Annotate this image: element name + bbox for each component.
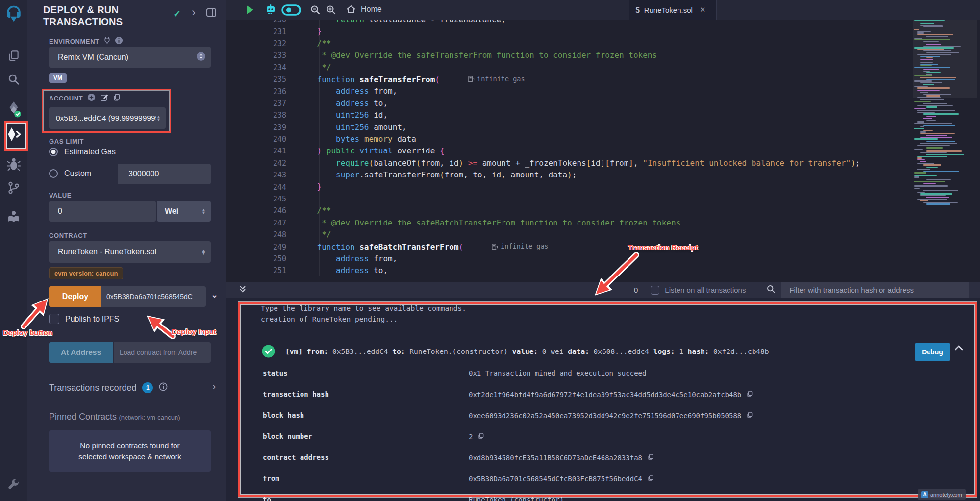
- code-line[interactable]: 231 }: [226, 25, 913, 37]
- home-tab[interactable]: Home: [346, 4, 382, 15]
- debug-button[interactable]: Debug: [915, 343, 950, 361]
- deploy-run-panel: DEPLOY & RUN TRANSACTIONS ✓ › ENVIRONMEN…: [27, 0, 226, 501]
- remix-ide-window: DEPLOY & RUN TRANSACTIONS ✓ › ENVIRONMEN…: [0, 0, 980, 501]
- custom-gas-radio[interactable]: [49, 169, 58, 178]
- line-number: 245: [226, 195, 290, 203]
- code-line[interactable]: 236 address from,: [226, 85, 913, 97]
- solidity-file-icon: S: [635, 5, 640, 15]
- code-line[interactable]: 243 super.safeTransferFrom(from, to, id,…: [226, 169, 913, 181]
- contract-select[interactable]: RuneToken - RuneToken.sol ▲▼: [49, 241, 211, 263]
- code-line[interactable]: 237 address to,: [226, 98, 913, 109]
- zoom-in-icon[interactable]: [326, 4, 336, 17]
- code-line[interactable]: 241 ) public virtual override {: [226, 145, 913, 157]
- code-line[interactable]: 247 * @dev Override the safeBatchTransfe…: [226, 217, 913, 229]
- line-number: 242: [226, 159, 290, 168]
- estimated-gas-label: Estimated Gas: [64, 148, 116, 156]
- settings-wrench-icon[interactable]: [0, 478, 27, 492]
- code-line[interactable]: 239 uint256 amount,: [226, 122, 913, 133]
- transactions-info-icon[interactable]: [159, 382, 168, 393]
- deploy-input[interactable]: 0x5B38Da6a701c568545dC: [101, 286, 206, 307]
- receipt-value: 0x5B38Da6a701c568545dCfcB03FcB875f56bedd…: [469, 475, 654, 483]
- watermark-text: annotely.com: [930, 492, 962, 498]
- remix-logo-icon[interactable]: [0, 4, 27, 24]
- at-address-button[interactable]: At Address: [49, 342, 113, 363]
- contract-stepper-icon: ▲▼: [201, 249, 206, 255]
- tab-close-icon[interactable]: ✕: [700, 5, 706, 14]
- code-line[interactable]: 240 bytes memory data: [226, 133, 913, 145]
- divider: [27, 403, 226, 403]
- code-line[interactable]: 249 function safeBatchTransferFrom(infin…: [226, 241, 913, 252]
- code-text: /**: [298, 38, 331, 50]
- line-number: 239: [226, 123, 290, 132]
- pin-panel-icon[interactable]: [206, 8, 217, 20]
- run-script-icon[interactable]: [244, 4, 255, 17]
- estimated-gas-radio[interactable]: [49, 148, 58, 156]
- copy-icon[interactable]: [647, 453, 654, 462]
- collapse-receipt-icon[interactable]: [954, 344, 964, 354]
- code-text: bytes memory data: [298, 133, 416, 145]
- line-number: 248: [226, 230, 290, 239]
- code-line[interactable]: 251 address to,: [226, 265, 913, 276]
- code-line[interactable]: 250 address from,: [226, 253, 913, 265]
- file-explorer-icon[interactable]: [0, 49, 27, 63]
- code-text: }: [298, 25, 322, 37]
- code-line[interactable]: 242 require(balanceOf(from, id) >= amoun…: [226, 157, 913, 169]
- environment-info-icon[interactable]: [115, 36, 123, 47]
- code-text: address from,: [298, 85, 397, 97]
- tab-runetoken[interactable]: S RuneToken.sol ✕: [629, 0, 717, 20]
- code-lines[interactable]: 230 return totalBalance - frozenBalance;…: [226, 14, 913, 277]
- edit-account-icon[interactable]: [100, 93, 108, 103]
- gas-limit-label: GAS LIMIT: [49, 138, 84, 145]
- tx-summary[interactable]: [vm] from: 0x5B3...eddC4 to: RuneToken.(…: [285, 348, 769, 355]
- line-number: 246: [226, 206, 290, 215]
- git-icon[interactable]: [0, 180, 27, 195]
- value-input[interactable]: 0: [49, 201, 156, 222]
- deploy-expand-chevron-icon[interactable]: ⌄: [211, 289, 218, 300]
- value-unit-select[interactable]: Wei ▲▼: [157, 201, 211, 222]
- expand-terminal-icon[interactable]: [239, 285, 247, 296]
- add-account-icon[interactable]: [87, 93, 96, 103]
- copy-icon[interactable]: [746, 390, 753, 399]
- transactions-recorded-label: Transactions recorded: [49, 383, 136, 393]
- chevron-right-icon[interactable]: ›: [192, 5, 196, 19]
- debugger-icon[interactable]: [0, 157, 27, 172]
- account-select[interactable]: 0x5B3...eddC4 (99.999999999 ▲▼: [49, 107, 166, 129]
- code-text: ) public virtual override {: [298, 145, 445, 157]
- plug-icon[interactable]: [103, 36, 111, 47]
- copy-icon[interactable]: [477, 432, 484, 441]
- custom-gas-input[interactable]: 3000000: [118, 164, 211, 184]
- copy-icon[interactable]: [647, 475, 654, 483]
- minimap[interactable]: [913, 16, 972, 225]
- learneth-icon[interactable]: [0, 210, 27, 225]
- deploy-button[interactable]: Deploy: [49, 286, 101, 307]
- terminal-toolbar: 0 Listen on all transactions Filter with…: [226, 282, 980, 298]
- terminal-line: Type the library name to see available c…: [261, 304, 466, 312]
- terminal-search-icon[interactable]: [766, 284, 776, 296]
- deploy-and-run-icon[interactable]: [0, 125, 27, 144]
- search-icon[interactable]: [0, 73, 27, 86]
- code-line[interactable]: 235 function safeTransferFrom(infinite g…: [226, 74, 913, 85]
- code-line[interactable]: 233 * @dev Override the safeTransferFrom…: [226, 50, 913, 61]
- code-line[interactable]: 245: [226, 193, 913, 205]
- filter-input[interactable]: Filter with transaction hash or address: [781, 282, 969, 298]
- code-line[interactable]: 232 /**: [226, 38, 913, 50]
- at-address-input[interactable]: Load contract from Addre: [114, 342, 211, 363]
- code-line[interactable]: 246 /**: [226, 205, 913, 217]
- copy-account-icon[interactable]: [113, 93, 121, 103]
- watermark: A annotely.com: [918, 489, 966, 500]
- code-line[interactable]: 238 uint256 id,: [226, 109, 913, 121]
- code-text: address to,: [298, 98, 388, 109]
- listen-all-checkbox[interactable]: [651, 286, 659, 295]
- copy-icon[interactable]: [746, 411, 753, 420]
- solidity-compiler-icon[interactable]: [0, 101, 27, 118]
- receipt-value: 0xf2de1f964bfd4f9a6d67972f4e1dea39f53ac3…: [469, 390, 753, 399]
- ai-assistant-icon[interactable]: [265, 4, 276, 18]
- ai-toggle[interactable]: [281, 4, 301, 18]
- publish-ipfs-checkbox[interactable]: [49, 314, 59, 324]
- transactions-expand-chevron-icon[interactable]: ›: [212, 380, 216, 393]
- environment-select[interactable]: Remix VM (Cancun): [49, 47, 211, 68]
- code-line[interactable]: 248 */: [226, 229, 913, 241]
- zoom-out-icon[interactable]: [310, 4, 321, 17]
- code-line[interactable]: 234 */: [226, 62, 913, 74]
- code-line[interactable]: 244 }: [226, 181, 913, 193]
